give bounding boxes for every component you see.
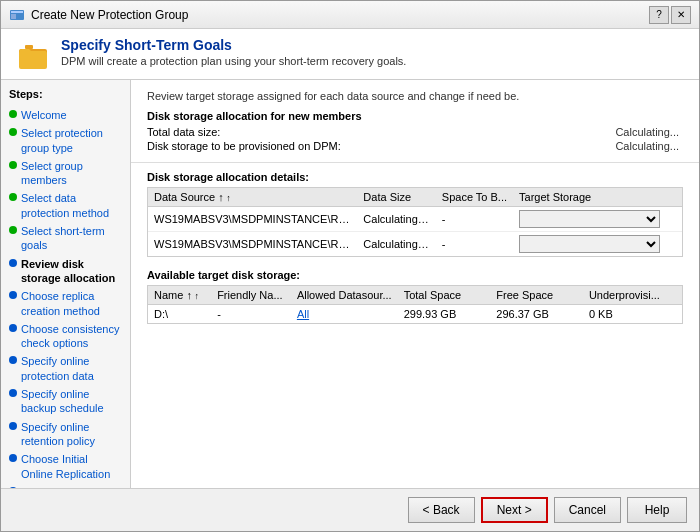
- alloc-datasize-0: Calculating ...: [357, 207, 435, 232]
- alloc-datasource-1: WS19MABSV3\MSDPMINSTANCE\ReportServe...: [148, 232, 357, 257]
- sidebar-item-3[interactable]: Select data protection method: [1, 189, 130, 222]
- alloc-datasource-0: WS19MABSV3\MSDPMINSTANCE\ReportServe...: [148, 207, 357, 232]
- sidebar-label-6: Choose replica creation method: [21, 289, 122, 318]
- available-row-0: D:\ - All 299.93 GB 296.37 GB 0 KB: [148, 305, 682, 324]
- sidebar-dot-8: [9, 356, 17, 364]
- provision-label: Disk storage to be provisioned on DPM:: [147, 140, 341, 152]
- sidebar-title: Steps:: [1, 88, 130, 106]
- avail-total-0: 299.93 GB: [398, 305, 491, 324]
- sidebar-label-5: Review disk storage allocation: [21, 257, 122, 286]
- svg-rect-2: [11, 14, 16, 19]
- sidebar-item-8[interactable]: Specify online protection data: [1, 352, 130, 385]
- sidebar-dot-7: [9, 324, 17, 332]
- alloc-target-1[interactable]: [513, 232, 682, 257]
- main-window: Create New Protection Group ? ✕ Specify …: [0, 0, 700, 532]
- allocation-details-table-container: Data Source ↑ Data Size Space To B... Ta…: [147, 187, 683, 257]
- avail-col-header-total[interactable]: Total Space: [398, 286, 491, 305]
- sidebar-item-4[interactable]: Select short-term goals: [1, 222, 130, 255]
- sidebar-label-3: Select data protection method: [21, 191, 122, 220]
- total-data-value: Calculating...: [599, 126, 679, 138]
- allocation-details-title: Disk storage allocation details:: [147, 171, 683, 183]
- sidebar-item-11[interactable]: Choose Initial Online Replication: [1, 450, 130, 483]
- sidebar-label-1: Select protection group type: [21, 126, 122, 155]
- title-bar: Create New Protection Group ? ✕: [1, 1, 699, 29]
- available-storage-title: Available target disk storage:: [147, 269, 683, 281]
- alloc-datasize-1: Calculating ...: [357, 232, 435, 257]
- sidebar-dot-4: [9, 226, 17, 234]
- avail-friendly-0: -: [211, 305, 291, 324]
- col-header-spacetob[interactable]: Space To B...: [436, 188, 513, 207]
- avail-col-header-name[interactable]: Name ↑: [148, 286, 211, 305]
- intro-text: Review target storage assigned for each …: [147, 90, 683, 102]
- sidebar-dot-10: [9, 422, 17, 430]
- avail-under-0: 0 KB: [583, 305, 682, 324]
- sidebar-item-10[interactable]: Specify online retention policy: [1, 418, 130, 451]
- cancel-button[interactable]: Cancel: [554, 497, 621, 523]
- help-button[interactable]: Help: [627, 497, 687, 523]
- sidebar-dot-11: [9, 454, 17, 462]
- page-description: DPM will create a protection plan using …: [61, 55, 406, 67]
- allocation-details-table: Data Source ↑ Data Size Space To B... Ta…: [148, 188, 682, 256]
- folder-icon: [17, 39, 49, 71]
- col-header-datasource[interactable]: Data Source ↑: [148, 188, 357, 207]
- sidebar-item-0[interactable]: Welcome: [1, 106, 130, 124]
- sidebar-item-2[interactable]: Select group members: [1, 157, 130, 190]
- footer: < Back Next > Cancel Help: [1, 488, 699, 531]
- sidebar-dot-1: [9, 128, 17, 136]
- sidebar-label-4: Select short-term goals: [21, 224, 122, 253]
- sidebar-item-7[interactable]: Choose consistency check options: [1, 320, 130, 353]
- sidebar-item-6[interactable]: Choose replica creation method: [1, 287, 130, 320]
- svg-rect-4: [25, 45, 33, 49]
- sidebar: Steps: WelcomeSelect protection group ty…: [1, 80, 131, 488]
- available-storage-table-container: Name ↑ Friendly Na... Allowed Datasour..…: [147, 285, 683, 324]
- avail-col-header-friendly[interactable]: Friendly Na...: [211, 286, 291, 305]
- total-data-row: Total data size: Calculating...: [147, 126, 683, 138]
- next-button[interactable]: Next >: [481, 497, 548, 523]
- sidebar-label-2: Select group members: [21, 159, 122, 188]
- page-title: Specify Short-Term Goals: [61, 37, 406, 53]
- sidebar-label-10: Specify online retention policy: [21, 420, 122, 449]
- back-button[interactable]: < Back: [408, 497, 475, 523]
- disk-allocation-summary: Disk storage allocation for new members …: [147, 110, 683, 152]
- allocation-row-1: WS19MABSV3\MSDPMINSTANCE\ReportServe... …: [148, 232, 682, 257]
- main-content: Review target storage assigned for each …: [131, 80, 699, 488]
- window-icon: [9, 7, 25, 23]
- sidebar-label-0: Welcome: [21, 108, 67, 122]
- alloc-target-0[interactable]: [513, 207, 682, 232]
- avail-col-header-under[interactable]: Underprovisi...: [583, 286, 682, 305]
- avail-free-0: 296.37 GB: [490, 305, 583, 324]
- title-bar-left: Create New Protection Group: [9, 7, 188, 23]
- sidebar-label-11: Choose Initial Online Replication: [21, 452, 122, 481]
- sidebar-dot-2: [9, 161, 17, 169]
- main-body: Disk storage allocation details: Data So…: [131, 163, 699, 488]
- close-button[interactable]: ✕: [671, 6, 691, 24]
- provision-value: Calculating...: [599, 140, 679, 152]
- available-storage-table: Name ↑ Friendly Na... Allowed Datasour..…: [148, 286, 682, 323]
- header-text: Specify Short-Term Goals DPM will create…: [61, 37, 406, 67]
- sidebar-label-9: Specify online backup schedule: [21, 387, 122, 416]
- sidebar-item-5[interactable]: Review disk storage allocation: [1, 255, 130, 288]
- avail-allowed-0[interactable]: All: [291, 305, 398, 324]
- total-data-label: Total data size:: [147, 126, 220, 138]
- disk-allocation-title: Disk storage allocation for new members: [147, 110, 683, 122]
- sidebar-dot-5: [9, 259, 17, 267]
- sidebar-item-9[interactable]: Specify online backup schedule: [1, 385, 130, 418]
- sidebar-dot-6: [9, 291, 17, 299]
- target-select-1[interactable]: [519, 235, 660, 253]
- allocation-header-row: Data Source ↑ Data Size Space To B... Ta…: [148, 188, 682, 207]
- available-header-row: Name ↑ Friendly Na... Allowed Datasour..…: [148, 286, 682, 305]
- page-header: Specify Short-Term Goals DPM will create…: [1, 29, 699, 80]
- sidebar-dot-3: [9, 193, 17, 201]
- window-controls: ? ✕: [649, 6, 691, 24]
- target-select-0[interactable]: [519, 210, 660, 228]
- col-header-datasize[interactable]: Data Size: [357, 188, 435, 207]
- avail-col-header-allowed[interactable]: Allowed Datasour...: [291, 286, 398, 305]
- avail-col-header-free[interactable]: Free Space: [490, 286, 583, 305]
- sidebar-item-1[interactable]: Select protection group type: [1, 124, 130, 157]
- provision-row: Disk storage to be provisioned on DPM: C…: [147, 140, 683, 152]
- content-area: Steps: WelcomeSelect protection group ty…: [1, 80, 699, 488]
- help-icon[interactable]: ?: [649, 6, 669, 24]
- alloc-spacetob-0: -: [436, 207, 513, 232]
- col-header-target[interactable]: Target Storage: [513, 188, 682, 207]
- main-header: Review target storage assigned for each …: [131, 80, 699, 163]
